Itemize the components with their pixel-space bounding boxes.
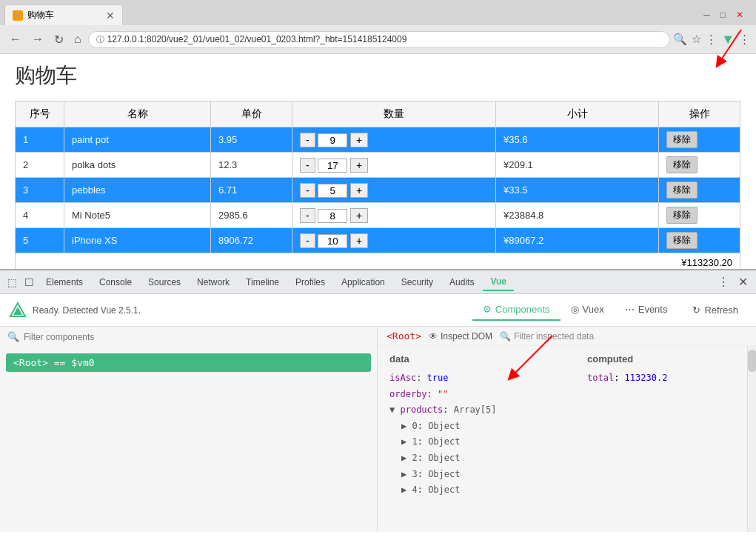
component-tree-list: <Root> == $vm0: [0, 347, 377, 532]
increment-button[interactable]: +: [350, 208, 368, 223]
col-qty: 数量: [292, 101, 496, 127]
cart-table: 序号 名称 单价 数量 小计 操作 1paint pot3.95- +¥35.6…: [15, 101, 740, 269]
prop-product-0[interactable]: ▶ 0: Object: [389, 419, 558, 435]
cell-price: 3.95: [211, 127, 292, 153]
prop-product-4[interactable]: ▶ 4: Object: [389, 482, 558, 499]
cell-action: 移除: [659, 178, 740, 203]
increment-button[interactable]: +: [350, 133, 368, 147]
more-icon[interactable]: ⋮: [739, 33, 750, 46]
cell-subtotal: ¥209.1: [496, 153, 659, 178]
vue-tab-events[interactable]: ⋯ Events: [615, 299, 678, 321]
devtools-device-toggle[interactable]: ☐: [21, 275, 37, 290]
prop-isAsc: isAsc: true: [389, 370, 558, 387]
cell-name: paint pot: [64, 127, 211, 153]
vue-refresh-button[interactable]: ↻ Refresh: [683, 300, 747, 320]
remove-button[interactable]: 移除: [666, 156, 698, 173]
devtools-close-button[interactable]: ✕: [735, 273, 752, 290]
cell-qty: - +: [292, 228, 496, 253]
qty-input[interactable]: [318, 184, 347, 198]
cell-action: 移除: [659, 203, 740, 228]
decrement-button[interactable]: -: [300, 208, 315, 223]
home-button[interactable]: ⌂: [70, 31, 85, 47]
decrement-button[interactable]: -: [300, 183, 315, 198]
tab-timeline[interactable]: Timeline: [238, 274, 287, 290]
filter-data-label: Filter inspected data: [514, 331, 594, 342]
filter-components-input[interactable]: [24, 332, 369, 342]
close-button[interactable]: ✕: [732, 8, 747, 21]
tab-network[interactable]: Network: [190, 274, 237, 290]
vue-status-text: Ready. Detected Vue 2.5.1.: [33, 305, 466, 316]
col-action: 操作: [659, 101, 740, 127]
reload-button[interactable]: ↻: [50, 31, 67, 48]
tab-elements[interactable]: Elements: [39, 274, 90, 290]
col-name: 名称: [64, 101, 211, 127]
qty-input[interactable]: [318, 159, 347, 173]
decrement-button[interactable]: -: [300, 133, 315, 147]
qty-input[interactable]: [318, 133, 347, 147]
table-row: 4Mi Note52985.6- +¥23884.8移除: [16, 203, 740, 228]
vue-panel-header: Ready. Detected Vue 2.5.1. ⚙ Components …: [0, 294, 756, 327]
table-row: 5iPhone XS8906.72- +¥89067.2移除: [16, 228, 740, 253]
tab-profiles[interactable]: Profiles: [288, 274, 332, 290]
tab-security[interactable]: Security: [394, 274, 441, 290]
data-section: data isAsc: true orderby: "" ▼ products:…: [389, 353, 558, 525]
col-price: 单价: [211, 101, 292, 127]
browser-tab[interactable]: 🛒 购物车 ✕: [4, 4, 123, 25]
vue-tab-vuex[interactable]: ◎ Vuex: [561, 299, 615, 321]
col-id: 序号: [16, 101, 64, 127]
filter-inspected-data-bar[interactable]: 🔍 Filter inspected data: [500, 331, 594, 342]
remove-button[interactable]: 移除: [666, 207, 698, 224]
minimize-button[interactable]: ─: [700, 8, 714, 21]
remove-button[interactable]: 移除: [666, 131, 698, 148]
cell-price: 2985.6: [211, 203, 292, 228]
tab-vue[interactable]: Vue: [483, 273, 514, 291]
chrome-menu-icon[interactable]: ⋮: [706, 33, 717, 46]
prop-products[interactable]: ▼ products: Array[5]: [389, 402, 558, 419]
increment-button[interactable]: +: [350, 233, 368, 248]
cell-id: 2: [16, 153, 64, 178]
maximize-button[interactable]: □: [717, 8, 729, 21]
tab-console[interactable]: Console: [92, 274, 139, 290]
prop-product-1[interactable]: ▶ 1: Object: [389, 434, 558, 450]
qty-input[interactable]: [318, 209, 347, 223]
devtools-more-button[interactable]: ⋮: [714, 273, 733, 290]
vue-component-tree: 🔍 <Root> == $vm0: [0, 327, 378, 532]
scrollbar[interactable]: [747, 346, 756, 532]
prop-product-3[interactable]: ▶ 3: Object: [389, 467, 558, 483]
qty-input[interactable]: [318, 234, 347, 248]
search-icon[interactable]: 🔍: [673, 33, 687, 46]
components-icon: ⚙: [483, 304, 492, 315]
bookmark-icon[interactable]: ☆: [692, 33, 701, 46]
remove-button[interactable]: 移除: [666, 182, 698, 199]
root-component-item[interactable]: <Root> == $vm0: [6, 353, 371, 372]
cell-id: 5: [16, 228, 64, 253]
scrollbar-thumb[interactable]: [748, 350, 756, 372]
events-label: Events: [638, 304, 668, 315]
tab-audits[interactable]: Audits: [442, 274, 481, 290]
decrement-button[interactable]: -: [300, 233, 315, 248]
vue-right-header: <Root> 👁 Inspect DOM 🔍 Filter inspected …: [378, 327, 756, 346]
vue-panel: Ready. Detected Vue 2.5.1. ⚙ Components …: [0, 294, 756, 532]
data-section-title: data: [389, 353, 558, 364]
prop-product-2[interactable]: ▶ 2: Object: [389, 450, 558, 467]
table-row: 1paint pot3.95- +¥35.6移除: [16, 127, 740, 153]
increment-button[interactable]: +: [350, 183, 368, 198]
tab-close-button[interactable]: ✕: [106, 10, 115, 21]
devtools-select-element[interactable]: ⬚: [4, 275, 20, 290]
address-bar[interactable]: ⓘ 127.0.0.1:8020/vue2_01/vue01_02/vue01_…: [88, 31, 671, 48]
forward-button[interactable]: →: [28, 31, 47, 47]
decrement-button[interactable]: -: [300, 158, 315, 173]
inspect-dom-button[interactable]: 👁 Inspect DOM: [429, 331, 492, 342]
back-button[interactable]: ←: [6, 31, 25, 47]
cell-qty: - +: [292, 153, 496, 178]
tab-application[interactable]: Application: [334, 274, 392, 290]
lock-icon: ⓘ: [96, 34, 104, 45]
cell-price: 8906.72: [211, 228, 292, 253]
increment-button[interactable]: +: [350, 158, 368, 173]
vue-devtools-icon[interactable]: ▼: [721, 32, 735, 47]
tab-sources[interactable]: Sources: [141, 274, 188, 290]
page-title: 购物车: [15, 61, 741, 90]
vue-tab-components[interactable]: ⚙ Components: [472, 299, 561, 321]
cell-action: 移除: [659, 127, 740, 153]
remove-button[interactable]: 移除: [666, 232, 698, 249]
